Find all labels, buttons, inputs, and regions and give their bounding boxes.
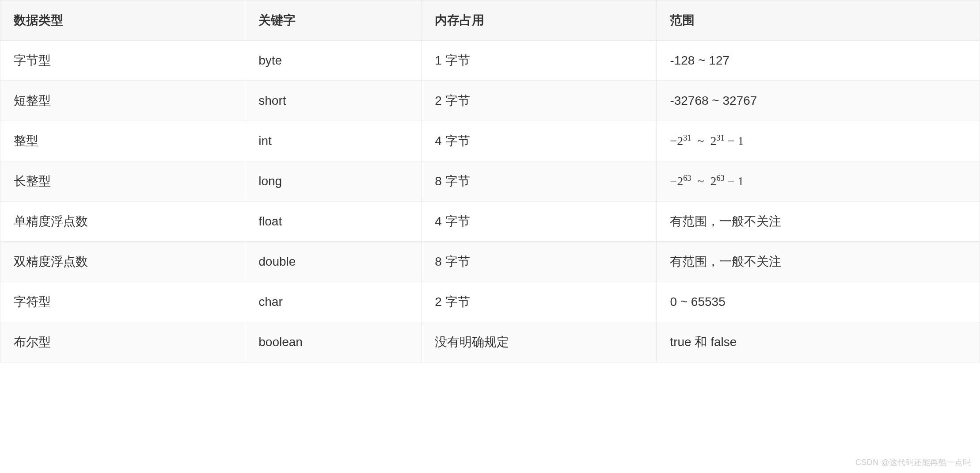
cell-memory: 2 字节: [422, 81, 657, 121]
header-keyword: 关键字: [245, 0, 422, 41]
cell-keyword: char: [245, 282, 422, 322]
table-row: 字节型byte1 字节-128 ~ 127: [0, 41, 980, 81]
cell-data-type: 布尔型: [0, 322, 245, 362]
cell-data-type: 字节型: [0, 41, 245, 81]
cell-memory: 8 字节: [422, 242, 657, 282]
data-types-table: 数据类型 关键字 内存占用 范围 字节型byte1 字节-128 ~ 127短整…: [0, 0, 980, 362]
cell-data-type: 双精度浮点数: [0, 242, 245, 282]
cell-memory: 1 字节: [422, 41, 657, 81]
cell-range: 有范围，一般不关注: [657, 242, 980, 282]
cell-data-type: 长整型: [0, 161, 245, 202]
cell-keyword: boolean: [245, 322, 422, 362]
header-data-type: 数据类型: [0, 0, 245, 41]
cell-keyword: long: [245, 161, 422, 202]
cell-data-type: 单精度浮点数: [0, 202, 245, 242]
cell-range: -128 ~ 127: [657, 41, 980, 81]
table-row: 字符型char2 字节0 ~ 65535: [0, 282, 980, 322]
cell-keyword: byte: [245, 41, 422, 81]
cell-data-type: 字符型: [0, 282, 245, 322]
table-header-row: 数据类型 关键字 内存占用 范围: [0, 0, 980, 41]
cell-memory: 没有明确规定: [422, 322, 657, 362]
table-row: 双精度浮点数double8 字节有范围，一般不关注: [0, 242, 980, 282]
cell-data-type: 短整型: [0, 81, 245, 121]
table-row: 长整型long8 字节−263 ~ 263 − 1: [0, 161, 980, 202]
cell-keyword: short: [245, 81, 422, 121]
cell-keyword: float: [245, 202, 422, 242]
table-row: 整型int4 字节−231 ~ 231 − 1: [0, 121, 980, 161]
cell-data-type: 整型: [0, 121, 245, 161]
cell-keyword: int: [245, 121, 422, 161]
cell-range: 0 ~ 65535: [657, 282, 980, 322]
table-row: 短整型short2 字节-32768 ~ 32767: [0, 81, 980, 121]
cell-range: −231 ~ 231 − 1: [657, 121, 980, 161]
table-row: 布尔型boolean没有明确规定true 和 false: [0, 322, 980, 362]
cell-memory: 2 字节: [422, 282, 657, 322]
cell-memory: 4 字节: [422, 202, 657, 242]
cell-range: -32768 ~ 32767: [657, 81, 980, 121]
table-row: 单精度浮点数float4 字节有范围，一般不关注: [0, 202, 980, 242]
header-range: 范围: [657, 0, 980, 41]
cell-memory: 4 字节: [422, 121, 657, 161]
cell-range: true 和 false: [657, 322, 980, 362]
cell-memory: 8 字节: [422, 161, 657, 202]
cell-range: −263 ~ 263 − 1: [657, 161, 980, 202]
cell-range: 有范围，一般不关注: [657, 202, 980, 242]
header-memory: 内存占用: [422, 0, 657, 41]
cell-keyword: double: [245, 242, 422, 282]
